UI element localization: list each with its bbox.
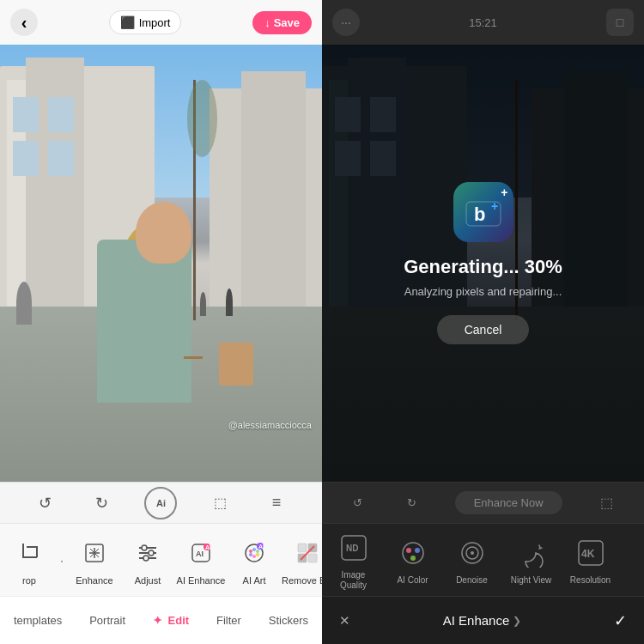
import-label: Import xyxy=(139,16,171,29)
svg-point-5 xyxy=(149,550,154,556)
ai-art-icon: AI xyxy=(235,534,273,572)
save-arrow-icon: ↓ xyxy=(264,16,270,29)
edit-icon: ✦ xyxy=(153,614,162,627)
svg-point-16 xyxy=(252,555,256,558)
left-toolbar: ↺ ↻ Ai ⬚ ≡ xyxy=(0,482,322,523)
left-tools-row: rop · Enhance xyxy=(0,523,322,596)
nav-stickers[interactable]: Stickers xyxy=(262,611,315,630)
tool-image-quality[interactable]: ND ImageQuality xyxy=(325,529,381,591)
svg-text:4K: 4K xyxy=(581,548,595,560)
tool-separator: · xyxy=(57,550,67,570)
right-nav-title-area: AI Enhance ❯ xyxy=(443,613,522,628)
image-quality-label: ImageQuality xyxy=(340,570,367,591)
right-nav-chevron[interactable]: ❯ xyxy=(513,615,521,627)
right-undo-icon: ↺ xyxy=(353,496,362,509)
right-back-icon: ··· xyxy=(341,15,351,29)
nav-portrait[interactable]: Portrait xyxy=(82,611,132,630)
tool-ai-color[interactable]: AI Color xyxy=(385,534,440,586)
adjust-label: Adjust xyxy=(135,575,161,586)
ai-enhance-icon: AI AI xyxy=(182,534,220,572)
left-nav-bar: templates Portrait ✦ Edit Filter Sticker… xyxy=(0,596,322,644)
svg-point-14 xyxy=(256,550,259,553)
import-icon: ⬛ xyxy=(120,15,135,29)
tool-ai-art[interactable]: AI AI Art xyxy=(228,534,280,586)
redo-icon: ↻ xyxy=(95,494,108,513)
right-compare-button[interactable]: ⬚ xyxy=(593,491,620,514)
svg-point-6 xyxy=(143,556,149,561)
tool-remove-bg[interactable]: Remove BG xyxy=(282,534,322,586)
redo-button[interactable]: ↻ xyxy=(88,489,116,517)
right-action-1[interactable]: □ xyxy=(606,9,634,36)
right-toolbar: ↺ ↻ Enhance Now ⬚ xyxy=(322,482,644,523)
crop-icon xyxy=(10,534,48,572)
remove-bg-label: Remove BG xyxy=(282,575,322,586)
right-image-area: b + Generating... 30% Analyzing pixels a… xyxy=(322,45,644,482)
right-nav-title: AI Enhance xyxy=(443,613,510,628)
tool-resolution[interactable]: 4K Resolution xyxy=(562,534,618,586)
right-back-button[interactable]: ··· xyxy=(332,9,360,36)
app-container: ‹ ⬛ Import ↓ Save xyxy=(0,0,644,644)
nav-edit[interactable]: ✦ Edit xyxy=(146,611,196,630)
svg-rect-23 xyxy=(308,554,317,562)
svg-point-33 xyxy=(415,548,420,553)
right-compare-icon: ⬚ xyxy=(600,495,613,510)
tool-denoise[interactable]: Denoise xyxy=(444,534,500,586)
save-button[interactable]: ↓ Save xyxy=(252,11,312,34)
svg-text:+: + xyxy=(491,199,498,213)
compare-button[interactable]: ⬚ xyxy=(206,489,234,517)
adjust-icon xyxy=(129,534,167,572)
crop-label: rop xyxy=(22,575,36,586)
ai-logo: b + xyxy=(453,182,513,242)
right-confirm-button[interactable]: ✓ xyxy=(614,611,627,630)
enhance-now-button[interactable]: Enhance Now xyxy=(455,491,562,514)
remove-bg-icon xyxy=(289,534,322,572)
ai-label: Ai xyxy=(156,498,166,508)
night-view-label: Night View xyxy=(511,575,552,586)
layers-icon: ≡ xyxy=(272,494,282,512)
right-close-button[interactable]: ✕ xyxy=(339,613,350,629)
compare-icon: ⬚ xyxy=(214,495,227,511)
split-view: ‹ ⬛ Import ↓ Save xyxy=(0,0,644,644)
tool-night-view[interactable]: Night View xyxy=(503,534,559,586)
ai-mode-button[interactable]: Ai xyxy=(144,487,177,519)
back-button[interactable]: ‹ xyxy=(10,9,38,36)
tool-adjust[interactable]: Adjust xyxy=(122,534,173,586)
night-view-icon xyxy=(513,534,550,572)
generating-overlay: b + Generating... 30% Analyzing pixels a… xyxy=(322,45,644,482)
right-panel: ··· 15:21 □ xyxy=(322,0,644,644)
import-button[interactable]: ⬛ Import xyxy=(109,10,182,34)
undo-icon: ↺ xyxy=(39,494,52,513)
right-redo-icon: ↻ xyxy=(407,496,416,509)
cancel-button[interactable]: Cancel xyxy=(437,315,530,344)
save-label: Save xyxy=(274,16,300,29)
right-redo-button[interactable]: ↻ xyxy=(400,493,423,513)
svg-rect-20 xyxy=(298,544,307,552)
svg-point-32 xyxy=(406,548,411,553)
undo-button[interactable]: ↺ xyxy=(32,489,59,517)
watermark: @alessiamacciocca xyxy=(228,420,312,430)
tool-ai-enhance[interactable]: AI AI AI Enhance xyxy=(175,534,227,586)
enhance-icon xyxy=(76,534,113,572)
svg-text:b: b xyxy=(474,204,485,225)
left-header: ‹ ⬛ Import ↓ Save xyxy=(0,0,322,45)
tool-crop[interactable]: rop xyxy=(3,534,55,586)
layers-button[interactable]: ≡ xyxy=(263,489,290,517)
generating-subtitle: Analyzing pixels and repairing... xyxy=(404,285,562,298)
generating-title: Generating... 30% xyxy=(404,256,562,278)
right-undo-button[interactable]: ↺ xyxy=(346,493,369,513)
resolution-icon: 4K xyxy=(572,534,610,572)
svg-text:AI: AI xyxy=(258,544,264,550)
svg-point-17 xyxy=(249,553,252,556)
resolution-label: Resolution xyxy=(570,575,611,586)
svg-point-4 xyxy=(142,545,147,550)
ai-art-label: AI Art xyxy=(243,575,266,586)
right-header: ··· 15:21 □ xyxy=(322,0,644,45)
chevron-left-icon: ‹ xyxy=(21,13,27,33)
nav-templates[interactable]: templates xyxy=(7,611,69,630)
left-image-background xyxy=(0,45,322,482)
nav-filter[interactable]: Filter xyxy=(210,611,248,630)
enhance-label: Enhance xyxy=(76,575,112,586)
ai-color-icon xyxy=(394,534,432,572)
svg-text:AI: AI xyxy=(196,550,204,558)
tool-enhance[interactable]: Enhance xyxy=(69,534,120,586)
